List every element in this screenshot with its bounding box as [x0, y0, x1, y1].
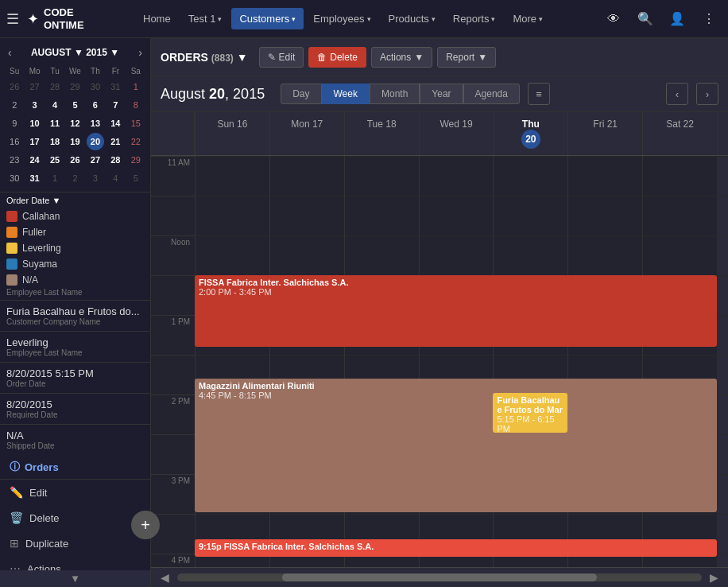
day-cell-4-1[interactable] — [494, 196, 567, 235]
mini-cal-day-4-6[interactable]: 29 — [127, 151, 145, 169]
delete-btn[interactable]: 🗑 Delete — [308, 47, 366, 68]
filter-dropdown[interactable]: Order Date ▼ — [6, 196, 60, 205]
mini-cal-day-3-6[interactable]: 22 — [127, 133, 145, 150]
mini-cal-day-0-4[interactable]: 30 — [87, 78, 104, 95]
nav-home[interactable]: Home — [135, 8, 179, 29]
mini-cal-day-2-6[interactable]: 15 — [127, 115, 145, 132]
view-tab-year[interactable]: Year — [420, 84, 463, 104]
sidebar-action-duplicate[interactable]: ⊞ Duplicate — [0, 531, 150, 556]
mini-cal-day-2-4[interactable]: 13 — [87, 115, 104, 132]
mini-cal-day-3-3[interactable]: 19 — [66, 133, 83, 150]
mini-cal-day-0-3[interactable]: 29 — [66, 78, 83, 95]
day-cell-6-2[interactable] — [643, 235, 717, 275]
mini-cal-day-5-4[interactable]: 3 — [87, 169, 104, 187]
mini-cal-day-0-2[interactable]: 28 — [46, 78, 64, 95]
h-scroll-bar[interactable] — [177, 573, 702, 581]
day-cell-1-0[interactable] — [270, 156, 344, 196]
sidebar-scroll[interactable]: Order Date ▼ Callahan Fuller Leverling S… — [0, 192, 150, 570]
mini-cal-day-0-0[interactable]: 26 — [6, 78, 23, 95]
mini-cal-day-2-3[interactable]: 12 — [66, 115, 83, 132]
orders-section-title[interactable]: ⓘ Orders — [0, 455, 150, 479]
mini-cal-day-0-6[interactable]: 1 — [127, 78, 145, 95]
event-3[interactable]: 9:15p FISSA Fabrica Inter. Salchichas S.… — [195, 539, 717, 557]
day-cell-5-0[interactable] — [568, 156, 642, 196]
actions-btn[interactable]: Actions ▼ — [371, 47, 432, 68]
next-month-btn[interactable]: › — [135, 45, 145, 60]
user-icon-btn[interactable]: 👤 — [664, 6, 690, 32]
hamburger-icon[interactable]: ☰ — [6, 10, 19, 28]
event-2[interactable]: Furia Bacalhau e Frutos do Mar 5:15 PM -… — [493, 393, 567, 433]
mini-cal-day-5-0[interactable]: 30 — [6, 169, 23, 187]
sidebar-action-actions[interactable]: ⋯ Actions — [0, 556, 150, 570]
prev-month-btn[interactable]: ‹ — [5, 45, 15, 60]
legend-item-callahan[interactable]: Callahan — [0, 208, 150, 224]
mini-cal-day-4-3[interactable]: 26 — [66, 151, 83, 169]
day-cell-2-2[interactable] — [345, 235, 419, 275]
more-icon-btn[interactable]: ⋮ — [696, 6, 722, 32]
scroll-right-btn[interactable]: ▶ — [705, 570, 723, 585]
mini-cal-day-3-2[interactable]: 18 — [46, 133, 64, 150]
search-icon-btn[interactable]: 🔍 — [633, 6, 658, 32]
mini-cal-day-1-1[interactable]: 3 — [26, 96, 44, 114]
mini-cal-day-4-2[interactable]: 25 — [46, 151, 64, 169]
nav-employees[interactable]: Employees ▾ — [305, 8, 378, 29]
cal-prev-btn[interactable]: ‹ — [666, 83, 688, 105]
event-1[interactable]: Magazzini Alimentari Riuniti 4:45 PM - 8… — [195, 379, 717, 512]
report-btn[interactable]: Report ▼ — [437, 47, 496, 68]
mini-cal-day-1-2[interactable]: 4 — [46, 96, 64, 114]
orders-badge[interactable]: ORDERS (883) ▼ — [161, 51, 248, 64]
mini-cal-day-4-5[interactable]: 28 — [106, 151, 124, 169]
nav-products[interactable]: Products ▾ — [381, 8, 443, 29]
mini-cal-day-1-0[interactable]: 2 — [6, 96, 23, 114]
mini-cal-day-0-1[interactable]: 27 — [26, 78, 44, 95]
mini-cal-day-1-3[interactable]: 5 — [66, 96, 83, 114]
sidebar-action-delete[interactable]: 🗑️ Delete — [0, 505, 150, 531]
legend-item-suyama[interactable]: Suyama — [0, 256, 150, 272]
fab-add-btn[interactable]: + — [131, 511, 160, 539]
day-cell-1-1[interactable] — [270, 196, 344, 235]
view-tab-day[interactable]: Day — [281, 84, 321, 104]
day-cell-6-1[interactable] — [643, 196, 717, 235]
day-cell-3-2[interactable] — [420, 235, 494, 275]
event-0[interactable]: FISSA Fabrica Inter. Salchichas S.A. 2:0… — [195, 275, 717, 347]
mini-cal-day-3-4[interactable]: 20 — [87, 133, 104, 150]
nav-reports[interactable]: Reports ▾ — [445, 8, 504, 29]
day-cell-4-2[interactable] — [494, 235, 567, 275]
mini-cal-day-3-5[interactable]: 21 — [106, 133, 124, 150]
edit-btn[interactable]: ✎ Edit — [259, 47, 304, 68]
day-cell-3-1[interactable] — [420, 196, 494, 235]
legend-item-leverling[interactable]: Leverling — [0, 240, 150, 256]
mini-cal-day-3-0[interactable]: 16 — [6, 133, 23, 150]
sidebar-scroll-down-btn[interactable]: ▼ — [0, 570, 150, 587]
mini-cal-day-4-0[interactable]: 23 — [6, 151, 23, 169]
nav-customers[interactable]: Customers ▾ — [231, 8, 304, 29]
legend-item-na[interactable]: N/A — [0, 272, 150, 288]
day-cell-0-0[interactable] — [196, 156, 269, 196]
nav-more[interactable]: More ▾ — [505, 8, 551, 29]
day-cell-3-0[interactable] — [420, 156, 494, 196]
view-tab-month[interactable]: Month — [370, 84, 420, 104]
scroll-left-btn[interactable]: ◀ — [156, 570, 174, 585]
grid-view-btn[interactable]: ≡ — [528, 83, 550, 105]
day-cell-6-0[interactable] — [643, 156, 717, 196]
eye-icon-btn[interactable]: 👁 — [601, 6, 626, 32]
mini-cal-day-1-4[interactable]: 6 — [87, 96, 104, 114]
cal-next-btn[interactable]: › — [696, 83, 718, 105]
mini-cal-day-5-5[interactable]: 4 — [106, 169, 124, 187]
mini-cal-day-4-1[interactable]: 24 — [26, 151, 44, 169]
sidebar-action-edit[interactable]: ✏️ Edit — [0, 480, 150, 505]
day-cell-2-0[interactable] — [345, 156, 419, 196]
mini-cal-day-2-2[interactable]: 11 — [46, 115, 64, 132]
day-cell-5-1[interactable] — [568, 196, 642, 235]
view-tab-agenda[interactable]: Agenda — [463, 84, 520, 104]
week-scroll[interactable]: 11 AMNoon1 PM2 PM3 PM4 PM5 PM6 PM7 PM8 P… — [151, 156, 728, 567]
mini-cal-day-5-6[interactable]: 5 — [127, 169, 145, 187]
day-cell-0-2[interactable] — [196, 235, 269, 275]
day-cell-4-0[interactable] — [494, 156, 567, 196]
mini-cal-day-1-5[interactable]: 7 — [106, 96, 124, 114]
mini-cal-day-0-5[interactable]: 31 — [106, 78, 124, 95]
day-cell-5-2[interactable] — [568, 235, 642, 275]
nav-test1[interactable]: Test 1 ▾ — [180, 8, 230, 29]
mini-cal-day-2-1[interactable]: 10 — [26, 115, 44, 132]
mini-cal-day-3-1[interactable]: 17 — [26, 133, 44, 150]
